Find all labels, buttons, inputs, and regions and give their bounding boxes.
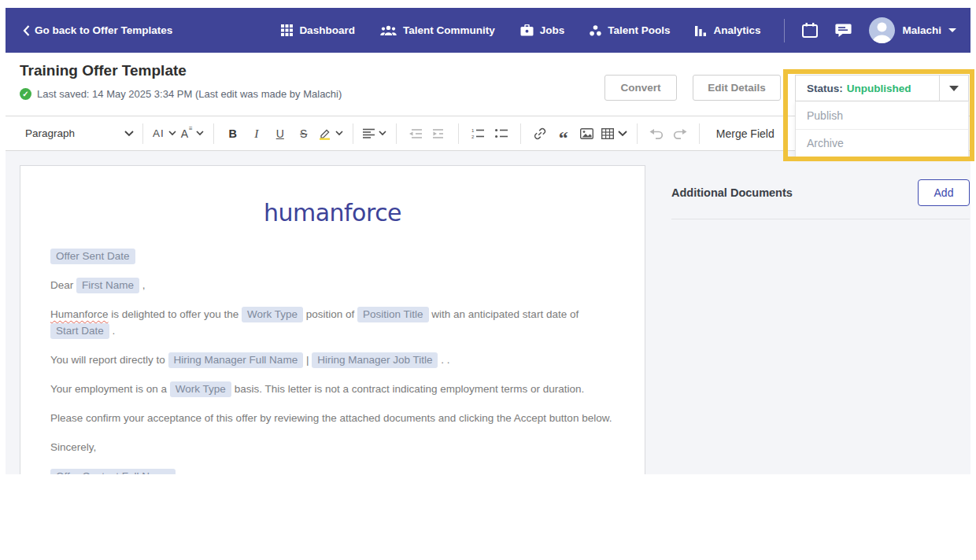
paragraph-text: Your employment is on a (50, 383, 170, 395)
status-label: Status: (807, 83, 843, 94)
paragraph-text: . (109, 325, 116, 337)
content-area: humanforce Offer Sent DateDear First Nam… (6, 151, 970, 474)
document-paragraph: Offer Contact Full Name (50, 468, 615, 474)
paragraph-text: | (303, 354, 312, 366)
redo-button[interactable] (668, 122, 692, 146)
status-dropdown: Status: Unpublished Publish Archive (795, 75, 969, 157)
insert-image-button[interactable] (575, 122, 599, 146)
add-document-button[interactable]: Add (918, 179, 970, 206)
undo-button[interactable] (645, 122, 668, 146)
align-left-icon (363, 128, 375, 138)
bold-button[interactable]: B (221, 122, 245, 146)
menu-item-archive[interactable]: Archive (796, 129, 968, 157)
toolbar-separator (353, 123, 353, 144)
merge-field-chip[interactable]: Offer Sent Date (50, 249, 135, 264)
chat-icon[interactable] (835, 24, 852, 38)
toolbar-separator (520, 123, 521, 144)
nav-item-label: Talent Community (403, 24, 495, 36)
briefcase-icon (520, 24, 534, 36)
nav-item-analytics[interactable]: Analytics (695, 24, 760, 36)
document-editor-page[interactable]: humanforce Offer Sent DateDear First Nam… (20, 165, 645, 474)
indent-button[interactable] (427, 122, 451, 146)
ordered-list-button[interactable]: 12 (466, 122, 490, 146)
underline-button[interactable]: U (268, 122, 292, 146)
last-saved-text: Last saved: 14 May 2025 3:34 PM (Last ed… (37, 88, 342, 100)
menu-item-publish[interactable]: Publish (796, 101, 968, 129)
paragraph-text: Dear (50, 279, 76, 291)
chevron-down-icon (196, 131, 204, 136)
outdent-icon (409, 129, 422, 138)
document-paragraph: Sincerely, (50, 439, 615, 455)
merge-field-chip[interactable]: Offer Contact Full Name (50, 469, 176, 474)
document-paragraph: Offer Sent Date (50, 248, 615, 264)
paragraph-text: . . (438, 354, 449, 366)
chevron-down-icon (335, 131, 343, 136)
convert-button[interactable]: Convert (604, 75, 677, 101)
status-dropdown-button[interactable]: Status: Unpublished (795, 75, 969, 101)
paragraph-style-dropdown[interactable]: Paragraph (25, 127, 134, 139)
paragraph-text: with an anticipated start date of (429, 308, 579, 320)
avatar (869, 17, 895, 43)
nav-item-label: Analytics (713, 24, 760, 36)
blockquote-icon: “ (559, 134, 568, 142)
nav-item-label: Talent Pools (608, 24, 670, 36)
svg-text:2: 2 (471, 134, 475, 138)
outdent-button[interactable] (404, 122, 427, 146)
insert-link-button[interactable] (528, 122, 552, 146)
merge-field-chip[interactable]: Work Type (242, 307, 303, 322)
bar-chart-icon (695, 24, 707, 36)
bullet-list-button[interactable] (490, 122, 513, 146)
merge-field-chip[interactable]: Position Title (357, 307, 429, 322)
status-caret-cell[interactable] (939, 76, 968, 101)
merge-field-chip[interactable]: Work Type (170, 381, 231, 397)
navbar-right-tools: Malachi (784, 17, 956, 43)
font-size-button[interactable]: A≡ (179, 122, 206, 146)
document-body[interactable]: Offer Sent DateDear First Name ,Humanfor… (20, 248, 645, 474)
ordered-list-icon: 12 (471, 128, 484, 138)
blockquote-button[interactable]: “ (552, 122, 575, 146)
pools-icon (590, 25, 601, 36)
last-saved-status: ✓ Last saved: 14 May 2025 3:34 PM (Last … (20, 88, 342, 100)
highlight-color-button[interactable] (316, 122, 346, 146)
paragraph-text: Sincerely, (50, 441, 96, 453)
merge-field-chip[interactable]: Hiring Manager Job Title (312, 352, 438, 368)
indent-icon (433, 129, 445, 138)
calendar-icon[interactable] (802, 23, 818, 38)
document-paragraph: Your employment is on a Work Type basis.… (50, 381, 615, 397)
paragraph-text: position of (303, 308, 357, 320)
user-name: Malachi (902, 24, 941, 36)
link-icon (534, 127, 546, 140)
status-options-menu: Publish Archive (795, 101, 969, 157)
strikethrough-button[interactable]: S (292, 122, 316, 146)
chevron-down-icon (379, 131, 386, 136)
nav-item-jobs[interactable]: Jobs (520, 24, 565, 36)
merge-field-button[interactable]: Merge Field (707, 127, 784, 140)
merge-field-chip[interactable]: Hiring Manager Full Name (168, 352, 304, 368)
merge-field-chip[interactable]: Start Date (50, 323, 109, 339)
italic-button[interactable]: I (245, 122, 268, 146)
font-size-glyph: A≡ (181, 127, 192, 140)
document-paragraph: You will report directly to Hiring Manag… (50, 352, 615, 368)
toolbar-separator (142, 123, 143, 144)
merge-field-chip[interactable]: First Name (76, 278, 139, 293)
chevron-down-icon (948, 28, 956, 32)
humanforce-logo: humanforce (20, 199, 645, 227)
redo-icon (673, 127, 687, 139)
nav-item-talent-community[interactable]: Talent Community (380, 24, 495, 36)
back-to-offer-templates-link[interactable]: Go back to Offer Templates (23, 24, 172, 36)
edit-details-button[interactable]: Edit Details (693, 75, 781, 101)
user-menu[interactable]: Malachi (869, 17, 956, 43)
font-family-glyph: AI (153, 127, 165, 139)
font-family-button[interactable]: AI (150, 122, 179, 146)
paragraph-style-label: Paragraph (25, 127, 75, 139)
toolbar-separator (637, 123, 638, 144)
status-value: Unpublished (847, 83, 911, 94)
align-button[interactable] (360, 122, 389, 146)
insert-table-button[interactable] (599, 122, 630, 146)
nav-item-dashboard[interactable]: Dashboard (281, 24, 355, 36)
additional-documents-header: Additional Documents Add (671, 179, 970, 206)
nav-item-label: Dashboard (299, 24, 355, 36)
chevron-down-icon (618, 131, 627, 137)
main-nav: Dashboard Talent Community Jobs Talent P… (281, 24, 760, 36)
nav-item-talent-pools[interactable]: Talent Pools (590, 24, 670, 36)
